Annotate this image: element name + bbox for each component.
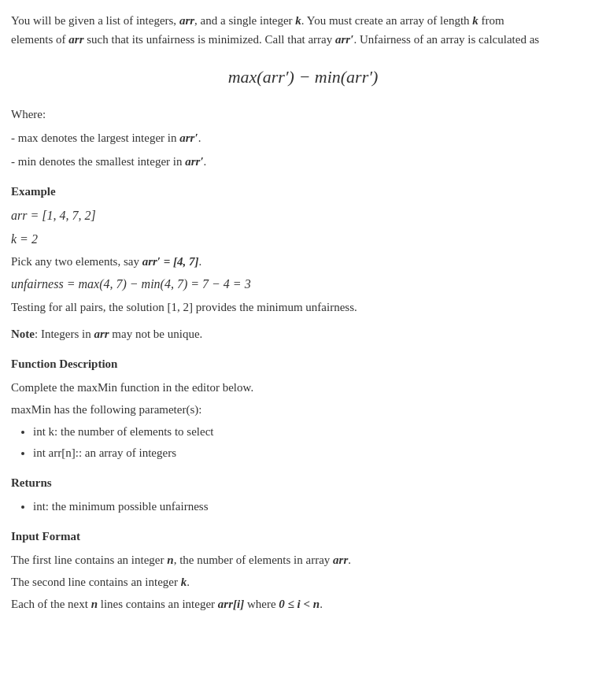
intro-arr: arr [179,14,194,27]
input-n2: n [91,598,98,610]
k-eq-line: k = 2 [11,229,595,250]
where-section: Where: - max denotes the largest integer… [11,105,595,171]
formula-block: max(arr′) − min(arr′) [11,63,595,91]
intro-text3: . You must create an array of length [301,14,472,27]
note-paragraph: Note: Integers in arr may not be unique. [11,324,595,343]
intro-text1: You will be given a list of integers, [11,14,179,27]
intro-from: from [482,14,504,27]
note-label: Note [11,328,35,340]
intro-k: k [295,14,301,27]
function-desc-heading: Function Description [11,354,595,373]
intro-paragraph: You will be given a list of integers, ar… [11,11,595,49]
example-arr-prime-eq: arr′ = [4, 7] [142,255,199,268]
input-line1: The first line contains an integer n, th… [11,550,595,569]
intro-arr-prime: arr′ [335,33,353,46]
intro-text4: elements of [11,33,68,46]
returns-list: int: the minimum possible unfairness [33,497,595,516]
params-list: int k: the number of elements to select … [33,422,595,462]
returns-heading: Returns [11,473,595,492]
params-text: maxMin has the following parameter(s): [11,400,595,419]
note-arr: arr [94,328,109,340]
input-line3: Each of the next n lines contains an int… [11,594,595,613]
input-line2: The second line contains an integer k. [11,572,595,591]
unfairness-line: unfairness = max(4, 7) − min(4, 7) = 7 −… [11,274,595,294]
intro-text2: , and a single integer [194,14,295,27]
max-desc: - max denotes the largest integer in arr… [11,128,595,147]
intro-text6: . Unfairness of an array is calculated a… [353,33,539,46]
input-arr: arr [333,554,348,566]
param-arr: int arr[n]:: an array of integers [33,443,595,462]
param-k: int k: the number of elements to select [33,422,595,441]
min-arr-prime: arr′ [185,155,203,168]
input-arr-bracket: arr[i] [218,598,244,610]
where-label: Where: [11,105,595,124]
input-n: n [167,554,173,566]
intro-arr2: arr [68,33,83,46]
example-heading: Example [11,182,595,201]
intro-k2: k [472,14,479,27]
min-desc: - min denotes the smallest integer in ar… [11,152,595,171]
input-inequality: 0 ≤ i < n [279,598,320,610]
pick-text: Pick any two elements, say arr′ = [4, 7]… [11,252,595,271]
testing-line: Testing for all pairs, the solution [1, … [11,298,595,317]
max-arr-prime: arr′ [179,131,198,144]
intro-text5: such that its unfairness is minimized. C… [84,33,336,46]
complete-text: Complete the maxMin function in the edit… [11,378,595,397]
formula-display: max(arr′) − min(arr′) [228,63,379,91]
arr-eq-line: arr = [1, 4, 7, 2] [11,206,595,226]
returns-item: int: the minimum possible unfairness [33,497,595,516]
input-format-heading: Input Format [11,527,595,546]
bracket-12: [1, 2] [168,301,194,313]
